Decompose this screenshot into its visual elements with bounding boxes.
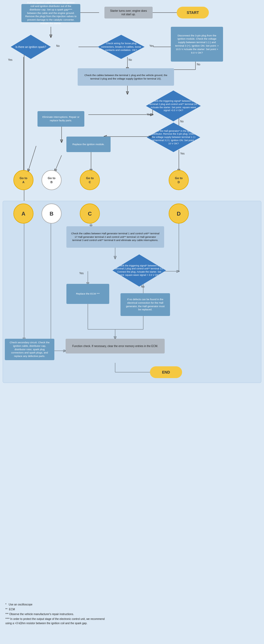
d4-yes-label: Yes bbox=[180, 152, 184, 155]
d1-diamond: Is there an ignition spark? bbox=[11, 35, 51, 59]
step9-text: If no defects can be found in the electr… bbox=[124, 298, 166, 311]
step8-text: Replace the ECM *** bbox=[76, 292, 100, 296]
step3-box: Disconnect the 3-pin plug from the ignit… bbox=[171, 27, 223, 62]
d2-text: Check wiring for loose plug connectors, … bbox=[100, 42, 142, 52]
d4-text: Check the Hall generator* in the ignitio… bbox=[149, 130, 198, 145]
step1-box: Pull the ignition cable between the igni… bbox=[21, 4, 80, 22]
step3-text: Disconnect the 3-pin plug from the ignit… bbox=[175, 34, 219, 55]
step8-box: Replace the ECM *** bbox=[66, 284, 109, 304]
node-b-circle: B bbox=[42, 204, 62, 224]
d3-diamond: Check the triggering signal* between the… bbox=[146, 91, 201, 121]
goto-b-circle[interactable]: Go to B bbox=[42, 170, 62, 190]
d2-yes-label: Yes bbox=[149, 44, 154, 47]
node-c-label: C bbox=[88, 210, 92, 217]
starter-status-box: Starter turns over; engine does not star… bbox=[104, 7, 153, 18]
d5-yes-label: Yes bbox=[79, 272, 84, 275]
step10-text: Check secondary circuit. Check the ignit… bbox=[9, 341, 51, 358]
d4-no-label: No bbox=[149, 135, 152, 138]
step11-box: Function check. If necessary, clear the … bbox=[66, 339, 165, 353]
footnote-3: *** Observe the vehicle manufacturer's r… bbox=[5, 612, 107, 616]
goto-c-label: Go to C bbox=[86, 176, 94, 184]
step1-text: Pull the ignition cable between the igni… bbox=[25, 1, 77, 25]
node-a-circle: A bbox=[13, 204, 33, 224]
d4-diamond: Check the Hall generator* in the ignitio… bbox=[147, 123, 200, 152]
d1-no-label: No bbox=[56, 44, 60, 47]
step9-box: If no defects can be found in the electr… bbox=[120, 293, 170, 316]
svg-line-17 bbox=[28, 146, 36, 171]
step6-box: Replace the ignition module. bbox=[66, 137, 111, 152]
starter-status-text: Starter turns over; engine does not star… bbox=[108, 9, 149, 16]
start-node: START bbox=[177, 7, 209, 18]
step4-box: Check the cables between the terminal 1 … bbox=[78, 68, 174, 86]
footnotes: * Use an oscilloscope ** ECM *** Observe… bbox=[5, 602, 107, 636]
step5-text: Eliminate interruptions. Repair or repla… bbox=[41, 115, 81, 122]
step11-text: Function check. If necessary, clear the … bbox=[72, 344, 158, 348]
start-label: START bbox=[187, 10, 199, 15]
d1-text: Is there an ignition spark? bbox=[16, 45, 46, 49]
d1-yes-label: Yes bbox=[8, 58, 12, 61]
node-d-label: D bbox=[177, 210, 180, 217]
node-b-label: B bbox=[50, 210, 53, 217]
goto-a-circle[interactable]: Go to A bbox=[13, 170, 33, 190]
step10-box: Check secondary circuit. Check the ignit… bbox=[5, 339, 54, 360]
goto-d-label: Go to D bbox=[175, 176, 183, 184]
d2-no-label: No bbox=[129, 58, 132, 61]
d3-no-label: No bbox=[180, 120, 184, 123]
step7-text: Check the cables between Hall generator … bbox=[70, 232, 160, 242]
node-c-circle: C bbox=[80, 204, 100, 224]
node-a-label: A bbox=[21, 210, 25, 217]
footnote-1: * Use an oscilloscope bbox=[5, 602, 107, 607]
goto-a-label: Go to A bbox=[20, 176, 27, 184]
end-node: END bbox=[150, 366, 182, 378]
goto-d-circle[interactable]: Go to D bbox=[169, 170, 189, 190]
d2-diamond: Check wiring for loose plug connectors, … bbox=[98, 35, 145, 59]
step3-no-label: No bbox=[197, 63, 200, 66]
step6-text: Replace the ignition module. bbox=[73, 143, 105, 146]
d5-no-label: No bbox=[141, 285, 145, 288]
step5-box: Eliminate interruptions. Repair or repla… bbox=[37, 111, 84, 127]
node-d-circle: D bbox=[169, 204, 189, 224]
d3-text: Check the triggering signal* between the… bbox=[149, 100, 198, 112]
goto-c-circle[interactable]: Go to C bbox=[80, 170, 100, 190]
footnote-4: **** In order to protect the output stag… bbox=[5, 617, 107, 626]
d5-text: Check the triggering signal* between the… bbox=[115, 264, 163, 277]
end-label: END bbox=[162, 370, 170, 374]
d3-yes-label: Yes bbox=[147, 113, 151, 116]
goto-b-label: Go to B bbox=[48, 176, 55, 184]
footnote-2: ** ECM bbox=[5, 607, 107, 612]
svg-line-18 bbox=[55, 155, 62, 171]
step7-box: Check the cables between Hall generator … bbox=[66, 226, 164, 248]
step4-text: Check the cables between the terminal 1 … bbox=[81, 74, 170, 81]
